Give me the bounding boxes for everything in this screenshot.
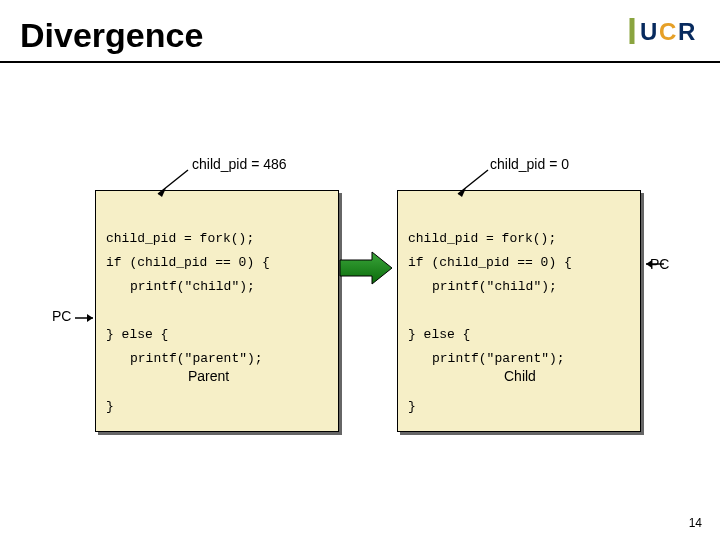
code-line: } else { (106, 327, 168, 342)
slide-title: Divergence (20, 16, 700, 55)
logo-u-text: U (640, 18, 657, 45)
ucr-logo: U C R (628, 14, 698, 48)
code-line: } else { (408, 327, 470, 342)
svg-marker-7 (87, 314, 93, 322)
svg-line-2 (158, 170, 188, 194)
code-line: if (child_pid == 0) { (408, 255, 572, 270)
logo-c-text: C (659, 18, 676, 45)
title-bar: Divergence (0, 8, 720, 63)
code-line: child_pid = fork(); (106, 231, 254, 246)
pointer-arrow-right-icon (452, 168, 492, 204)
parent-code: child_pid = fork(); if (child_pid == 0) … (95, 190, 339, 432)
flow-arrow-icon (338, 250, 394, 290)
slide-number: 14 (689, 516, 702, 530)
svg-line-4 (458, 170, 488, 194)
svg-marker-9 (646, 260, 652, 268)
code-line: } (408, 399, 416, 414)
pc-arrow-left-icon (73, 310, 99, 328)
left-box-header: child_pid = 486 (192, 156, 287, 172)
left-box-caption: Parent (188, 368, 229, 384)
pointer-arrow-left-icon (152, 168, 192, 204)
right-box-caption: Child (504, 368, 536, 384)
child-code-box: child_pid = fork(); if (child_pid == 0) … (397, 190, 641, 432)
logo-r-text: R (678, 18, 695, 45)
code-line: printf("child"); (106, 275, 328, 299)
code-line: child_pid = fork(); (408, 231, 556, 246)
parent-code-box: child_pid = fork(); if (child_pid == 0) … (95, 190, 339, 432)
code-line: printf("child"); (408, 275, 630, 299)
child-code: child_pid = fork(); if (child_pid == 0) … (397, 190, 641, 432)
code-line: } (106, 399, 114, 414)
pc-arrow-right-icon (640, 256, 666, 274)
code-line: if (child_pid == 0) { (106, 255, 270, 270)
svg-marker-1 (340, 252, 392, 284)
right-box-header: child_pid = 0 (490, 156, 569, 172)
pc-left-label: PC (52, 308, 71, 324)
